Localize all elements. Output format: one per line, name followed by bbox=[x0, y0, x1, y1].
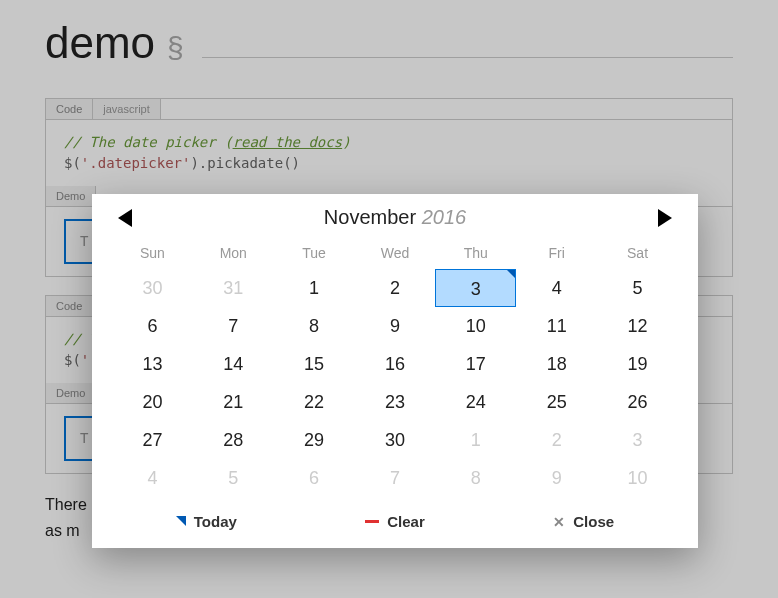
today-button[interactable]: Today bbox=[112, 513, 301, 530]
calendar-week-row: 20212223242526 bbox=[112, 383, 678, 421]
day-cell[interactable]: 26 bbox=[597, 383, 678, 421]
day-cell[interactable]: 8 bbox=[274, 307, 355, 345]
clear-label: Clear bbox=[387, 513, 425, 530]
day-cell[interactable]: 27 bbox=[112, 421, 193, 459]
today-icon bbox=[176, 516, 186, 526]
day-cell[interactable]: 10 bbox=[435, 307, 516, 345]
day-cell[interactable]: 13 bbox=[112, 345, 193, 383]
day-cell[interactable]: 14 bbox=[193, 345, 274, 383]
next-month-button[interactable] bbox=[658, 209, 672, 227]
weekday-row: Sun Mon Tue Wed Thu Fri Sat bbox=[112, 237, 678, 269]
datepicker-popup: November 2016 Sun Mon Tue Wed Thu Fri Sa… bbox=[92, 194, 698, 548]
year-label: 2016 bbox=[422, 206, 467, 228]
day-cell[interactable]: 19 bbox=[597, 345, 678, 383]
day-outside[interactable]: 6 bbox=[274, 459, 355, 497]
day-outside[interactable]: 30 bbox=[112, 269, 193, 307]
day-cell[interactable]: 1 bbox=[274, 269, 355, 307]
day-cell[interactable]: 28 bbox=[193, 421, 274, 459]
day-outside[interactable]: 7 bbox=[355, 459, 436, 497]
day-selected[interactable]: 3 bbox=[435, 269, 516, 307]
calendar-week-row: 27282930123 bbox=[112, 421, 678, 459]
weekday-fri: Fri bbox=[516, 237, 597, 269]
day-outside[interactable]: 5 bbox=[193, 459, 274, 497]
weekday-wed: Wed bbox=[355, 237, 436, 269]
calendar-week-row: 6789101112 bbox=[112, 307, 678, 345]
weekday-thu: Thu bbox=[435, 237, 516, 269]
datepicker-footer: Today Clear ✕ Close bbox=[112, 513, 678, 530]
close-icon: ✕ bbox=[553, 514, 565, 530]
weekday-tue: Tue bbox=[274, 237, 355, 269]
weekday-sat: Sat bbox=[597, 237, 678, 269]
calendar-grid: Sun Mon Tue Wed Thu Fri Sat 303112345678… bbox=[112, 237, 678, 497]
clear-icon bbox=[365, 520, 379, 523]
day-cell[interactable]: 30 bbox=[355, 421, 436, 459]
weekday-sun: Sun bbox=[112, 237, 193, 269]
day-cell[interactable]: 15 bbox=[274, 345, 355, 383]
day-outside[interactable]: 2 bbox=[516, 421, 597, 459]
day-outside[interactable]: 31 bbox=[193, 269, 274, 307]
day-cell[interactable]: 24 bbox=[435, 383, 516, 421]
day-cell[interactable]: 12 bbox=[597, 307, 678, 345]
day-cell[interactable]: 4 bbox=[516, 269, 597, 307]
day-cell[interactable]: 9 bbox=[355, 307, 436, 345]
close-label: Close bbox=[573, 513, 614, 530]
day-cell[interactable]: 18 bbox=[516, 345, 597, 383]
day-cell[interactable]: 20 bbox=[112, 383, 193, 421]
day-cell[interactable]: 7 bbox=[193, 307, 274, 345]
clear-button[interactable]: Clear bbox=[301, 513, 490, 530]
day-outside[interactable]: 1 bbox=[435, 421, 516, 459]
day-cell[interactable]: 23 bbox=[355, 383, 436, 421]
day-cell[interactable]: 21 bbox=[193, 383, 274, 421]
datepicker-header: November 2016 bbox=[112, 206, 678, 237]
month-year-label: November 2016 bbox=[324, 206, 466, 229]
day-cell[interactable]: 11 bbox=[516, 307, 597, 345]
calendar-week-row: 13141516171819 bbox=[112, 345, 678, 383]
day-outside[interactable]: 4 bbox=[112, 459, 193, 497]
prev-month-button[interactable] bbox=[118, 209, 132, 227]
day-cell[interactable]: 5 bbox=[597, 269, 678, 307]
day-outside[interactable]: 8 bbox=[435, 459, 516, 497]
day-cell[interactable]: 2 bbox=[355, 269, 436, 307]
day-cell[interactable]: 25 bbox=[516, 383, 597, 421]
day-outside[interactable]: 10 bbox=[597, 459, 678, 497]
close-button[interactable]: ✕ Close bbox=[489, 513, 678, 530]
today-label: Today bbox=[194, 513, 237, 530]
calendar-week-row: 303112345 bbox=[112, 269, 678, 307]
day-cell[interactable]: 17 bbox=[435, 345, 516, 383]
weekday-mon: Mon bbox=[193, 237, 274, 269]
day-outside[interactable]: 9 bbox=[516, 459, 597, 497]
calendar-week-row: 45678910 bbox=[112, 459, 678, 497]
day-cell[interactable]: 22 bbox=[274, 383, 355, 421]
month-label: November bbox=[324, 206, 416, 228]
day-outside[interactable]: 3 bbox=[597, 421, 678, 459]
day-cell[interactable]: 16 bbox=[355, 345, 436, 383]
day-cell[interactable]: 6 bbox=[112, 307, 193, 345]
day-cell[interactable]: 29 bbox=[274, 421, 355, 459]
